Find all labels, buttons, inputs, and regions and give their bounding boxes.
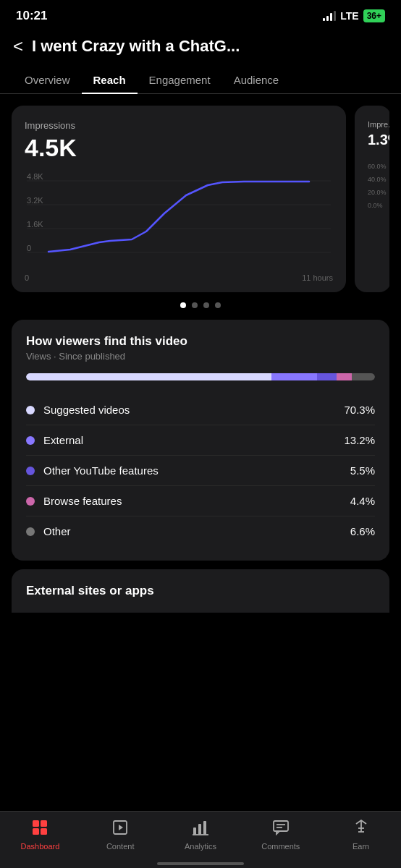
bottom-spacer [12,613,389,692]
tab-engagement[interactable]: Engagement [138,67,222,93]
dot-external [26,436,35,445]
svg-rect-9 [41,820,47,827]
svg-text:0: 0 [27,244,31,252]
label-other-yt: Other YouTube features [43,464,159,477]
chart-x-labels: 0 11 hours [25,273,333,282]
impressions-card: Impressions 4.5K 4.8K 3.2K 1.6K 0 0 11 h… [12,106,346,292]
svg-marker-13 [119,825,123,830]
bar-external [271,373,318,380]
home-indicator [0,862,401,865]
dot-other [26,527,35,536]
dashboard-icon [31,819,48,839]
battery-badge: 36+ [363,9,385,22]
traffic-item-suggested: Suggested videos 70.3% [26,395,375,425]
charts-row: Impressions 4.5K 4.8K 3.2K 1.6K 0 0 11 h… [12,106,389,292]
impressions-card-2: Impre... 1.3% 60.0% 40.0% 20.0% 0.0% [355,106,389,292]
lte-label: LTE [340,10,358,22]
impressions-label: Impressions [25,120,333,131]
pct-suggested: 70.3% [344,404,375,416]
find-card: How viewers find this video Views · Sinc… [12,320,389,561]
home-bar [157,862,244,865]
dot-other-yt [26,467,35,475]
external-title: External sites or apps [26,584,375,598]
traffic-item-browse: Browse features 4.4% [26,486,375,516]
nav-earn[interactable]: Earn [339,819,383,851]
dot-2[interactable] [192,302,198,308]
svg-rect-8 [33,820,39,827]
traffic-item-other: Other 6.6% [26,516,375,546]
nav-label-analytics: Analytics [185,842,216,851]
bar-browse [337,373,352,380]
signal-icon [323,11,336,21]
back-button[interactable]: < [13,36,23,56]
traffic-item-other-yt: Other YouTube features 5.5% [26,456,375,486]
label-external: External [43,434,83,446]
label-other: Other [43,525,71,537]
svg-text:4.8K: 4.8K [27,174,43,181]
svg-rect-14 [193,827,196,835]
pct-other: 6.6% [350,525,375,537]
status-time: 10:21 [16,9,47,23]
dot-3[interactable] [203,302,209,308]
svg-rect-10 [33,828,39,835]
nav-dashboard[interactable]: Dashboard [18,819,62,851]
impressions-chart: 4.8K 3.2K 1.6K 0 [25,174,333,268]
pagination-dots [12,302,389,308]
nav-label-comments: Comments [261,842,300,851]
pct-external: 13.2% [344,434,375,446]
nav-comments[interactable]: Comments [259,819,303,851]
content-icon [111,819,129,839]
comments-icon [272,819,290,839]
header: < I went Crazy with a ChatG... [0,29,401,67]
pct-browse: 4.4% [350,495,375,507]
dot-browse [26,497,35,506]
page-title: I went Crazy with a ChatG... [32,37,240,56]
nav-label-content: Content [106,842,135,851]
nav-label-earn: Earn [353,842,369,851]
earn-icon [353,819,370,839]
svg-text:1.6K: 1.6K [27,220,43,229]
tabs: Overview Reach Engagement Audience [0,67,401,94]
dot-suggested [26,406,35,414]
svg-text:3.2K: 3.2K [27,196,43,205]
status-right: LTE 36+ [323,9,385,22]
impressions-value: 4.5K [25,134,333,162]
svg-rect-18 [274,821,288,831]
find-subtitle: Views · Since published [26,351,375,362]
main-content: Impressions 4.5K 4.8K 3.2K 1.6K 0 0 11 h… [0,94,401,704]
nav-analytics[interactable]: Analytics [179,819,222,851]
analytics-icon [192,819,209,839]
status-bar: 10:21 LTE 36+ [0,0,401,29]
bar-suggested [26,373,271,380]
bar-other [352,373,375,380]
find-title: How viewers find this video [26,334,375,349]
traffic-item-external: External 13.2% [26,425,375,456]
tab-reach[interactable]: Reach [82,67,138,93]
external-card: External sites or apps [12,569,389,613]
svg-rect-16 [203,821,206,835]
tab-audience[interactable]: Audience [222,67,291,93]
traffic-progress-bar [26,373,375,380]
bottom-nav: Dashboard Content Analytics [0,811,401,868]
impressions2-label: Impre... [368,120,378,129]
nav-label-dashboard: Dashboard [20,842,59,851]
dot-4[interactable] [215,302,221,308]
pct-other-yt: 5.5% [350,464,375,477]
impressions2-y-labels: 60.0% 40.0% 20.0% 0.0% [368,160,378,212]
label-browse: Browse features [43,495,122,507]
nav-content[interactable]: Content [98,819,142,851]
tab-overview[interactable]: Overview [13,67,82,93]
bar-other-yt [317,373,337,380]
dot-1[interactable] [180,302,186,308]
impressions2-value: 1.3% [368,132,378,148]
label-suggested: Suggested videos [43,404,130,416]
svg-rect-11 [41,828,47,835]
traffic-list: Suggested videos 70.3% External 13.2% Ot… [26,395,375,546]
svg-rect-15 [198,824,201,835]
